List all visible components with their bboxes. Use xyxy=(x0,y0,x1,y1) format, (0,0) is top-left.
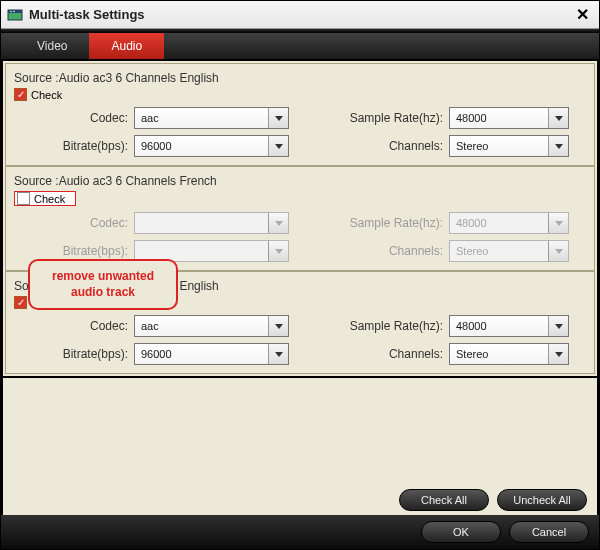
channels-value: Stereo xyxy=(456,348,488,360)
chevron-down-icon xyxy=(548,344,568,364)
bitrate-select[interactable]: 96000 xyxy=(134,343,289,365)
samplerate-select[interactable]: 48000 xyxy=(449,315,569,337)
channels-label: Channels: xyxy=(329,244,449,258)
codec-label: Codec: xyxy=(14,319,134,333)
chevron-down-icon xyxy=(548,136,568,156)
check-label: Check xyxy=(34,193,65,205)
chevron-down-icon xyxy=(268,344,288,364)
chevron-down-icon xyxy=(548,316,568,336)
uncheck-all-button[interactable]: Uncheck All xyxy=(497,489,587,511)
spacer xyxy=(1,378,599,485)
samplerate-value: 48000 xyxy=(456,217,487,229)
chevron-down-icon xyxy=(268,213,288,233)
dialog-buttons-row: OK Cancel xyxy=(1,515,599,549)
settings-grid: Codec: aac Sample Rate(hz): 48000 Bitrat… xyxy=(14,107,586,157)
svg-rect-1 xyxy=(8,10,22,13)
tracks-container: Source :Audio ac3 6 Channels English Che… xyxy=(1,59,599,378)
channels-value: Stereo xyxy=(456,140,488,152)
samplerate-select: 48000 xyxy=(449,212,569,234)
codec-value: aac xyxy=(141,320,159,332)
check-checkbox[interactable] xyxy=(17,192,30,205)
chevron-down-icon xyxy=(268,108,288,128)
settings-grid: Codec: aac Sample Rate(hz): 48000 Bitrat… xyxy=(14,315,586,365)
samplerate-value: 48000 xyxy=(456,320,487,332)
codec-label: Codec: xyxy=(14,216,134,230)
track-panel: Source :Audio ac3 6 Channels English Che… xyxy=(5,63,595,166)
codec-value: aac xyxy=(141,112,159,124)
bitrate-value: 96000 xyxy=(141,140,172,152)
channels-select[interactable]: Stereo xyxy=(449,343,569,365)
chevron-down-icon xyxy=(548,108,568,128)
check-label: Check xyxy=(31,89,62,101)
codec-select xyxy=(134,212,289,234)
close-button[interactable]: ✕ xyxy=(571,4,593,26)
source-label: Source :Audio ac3 6 Channels French xyxy=(14,172,586,191)
channels-value: Stereo xyxy=(456,245,488,257)
annotation-callout: remove unwanted audio track xyxy=(28,259,178,310)
chevron-down-icon xyxy=(548,213,568,233)
ok-button[interactable]: OK xyxy=(421,521,501,543)
samplerate-label: Sample Rate(hz): xyxy=(329,216,449,230)
bitrate-label: Bitrate(bps): xyxy=(14,347,134,361)
cancel-button[interactable]: Cancel xyxy=(509,521,589,543)
samplerate-select[interactable]: 48000 xyxy=(449,107,569,129)
samplerate-label: Sample Rate(hz): xyxy=(329,111,449,125)
samplerate-value: 48000 xyxy=(456,112,487,124)
chevron-down-icon xyxy=(268,136,288,156)
track-panel: Source :Audio ac3 6 Channels French Chec… xyxy=(5,166,595,271)
channels-label: Channels: xyxy=(329,139,449,153)
codec-select[interactable]: aac xyxy=(134,315,289,337)
window-title: Multi-task Settings xyxy=(29,7,571,22)
content-wrapper: Source :Audio ac3 6 Channels English Che… xyxy=(1,59,599,378)
samplerate-label: Sample Rate(hz): xyxy=(329,319,449,333)
chevron-down-icon xyxy=(268,316,288,336)
source-label: Source :Audio ac3 6 Channels English xyxy=(14,69,586,88)
tab-bar: Video Audio xyxy=(1,33,599,59)
chevron-down-icon xyxy=(548,241,568,261)
app-icon xyxy=(7,7,23,23)
channels-select[interactable]: Stereo xyxy=(449,135,569,157)
check-checkbox[interactable] xyxy=(14,88,27,101)
tab-video[interactable]: Video xyxy=(15,33,89,59)
titlebar: Multi-task Settings ✕ xyxy=(1,1,599,29)
channels-label: Channels: xyxy=(329,347,449,361)
bitrate-label: Bitrate(bps): xyxy=(14,139,134,153)
svg-point-3 xyxy=(13,10,15,12)
bitrate-select[interactable]: 96000 xyxy=(134,135,289,157)
codec-label: Codec: xyxy=(14,111,134,125)
tab-audio[interactable]: Audio xyxy=(89,33,164,59)
svg-point-2 xyxy=(10,10,12,12)
check-buttons-row: Check All Uncheck All xyxy=(1,485,599,515)
codec-select[interactable]: aac xyxy=(134,107,289,129)
dialog-window: Multi-task Settings ✕ Video Audio Source… xyxy=(0,0,600,550)
check-row: Check xyxy=(14,88,586,101)
check-checkbox[interactable] xyxy=(14,296,27,309)
check-all-button[interactable]: Check All xyxy=(399,489,489,511)
channels-select: Stereo xyxy=(449,240,569,262)
chevron-down-icon xyxy=(268,241,288,261)
bitrate-value: 96000 xyxy=(141,348,172,360)
bitrate-label: Bitrate(bps): xyxy=(14,244,134,258)
settings-grid: Codec: Sample Rate(hz): 48000 Bitrate(bp… xyxy=(14,212,586,262)
check-row: Check xyxy=(14,191,76,206)
